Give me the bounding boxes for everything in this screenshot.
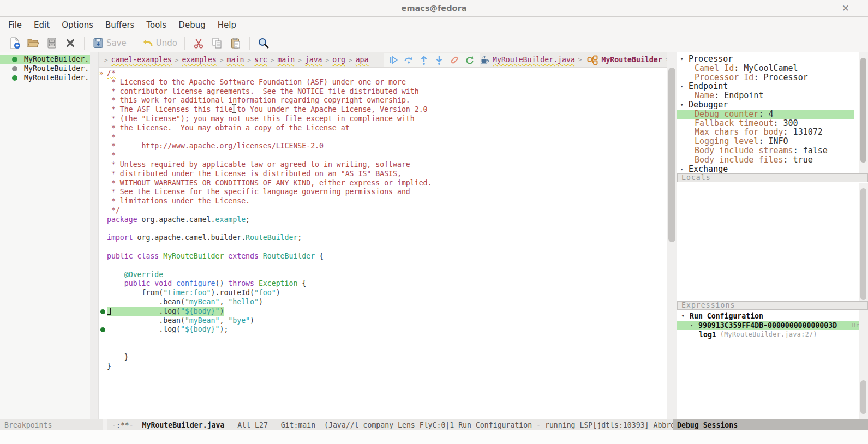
toolbar-separator xyxy=(134,37,134,50)
code-text: .bean("myBean", "hello") xyxy=(107,298,263,307)
tree-item-value: : 131072 xyxy=(783,128,823,137)
sidebar-scrollbar[interactable] xyxy=(90,52,99,419)
tree-item[interactable]: Body include streams: false xyxy=(677,146,868,155)
tab-file-name[interactable]: MyRouteBuilder.java xyxy=(493,56,575,64)
expander-icon: ▾ xyxy=(681,311,690,321)
close-window-icon[interactable]: ✕ xyxy=(842,2,849,14)
fringe xyxy=(99,362,107,371)
tree-item[interactable]: Processor Id: Processor xyxy=(677,73,868,82)
fringe xyxy=(99,325,107,334)
paste-icon xyxy=(229,37,242,50)
toolbar-separator xyxy=(84,37,85,50)
fringe xyxy=(99,197,107,206)
modeline-prefix: -:**- xyxy=(112,421,142,429)
menu-edit[interactable]: Edit xyxy=(28,17,56,34)
breadcrumb-segment[interactable]: apa xyxy=(356,56,369,64)
step-over-button[interactable] xyxy=(401,54,416,66)
tree-section-label: Endpoint xyxy=(689,82,728,91)
breadcrumb-segment[interactable]: examples xyxy=(182,56,217,64)
tree-section-endpoint[interactable]: ▾Endpoint xyxy=(677,82,868,91)
breakpoint-list-item[interactable]: MyRouteBuilder.→ xyxy=(0,64,90,73)
save-label: Save xyxy=(106,38,127,48)
fringe xyxy=(99,151,107,160)
scrollbar-thumb[interactable] xyxy=(860,188,866,300)
code-line: * xyxy=(99,151,667,160)
expressions-scrollbar[interactable] xyxy=(859,310,868,419)
code-text: * distributed under the License is distr… xyxy=(107,170,402,179)
tree-item[interactable]: Max chars for body: 131072 xyxy=(677,128,868,137)
open-folder-button[interactable] xyxy=(27,35,40,51)
breakpoint-list-item[interactable]: MyRouteBuilder.→ xyxy=(0,55,90,64)
tree-item[interactable]: Fallback timeout: 300 xyxy=(677,119,868,128)
breadcrumb-segment[interactable]: src xyxy=(254,56,267,64)
tree-item[interactable]: Name: Endpoint xyxy=(677,91,868,100)
code-line: * distributed under the License is distr… xyxy=(99,170,667,179)
breakpoint-list-item[interactable]: MyRouteBuilder.→ xyxy=(0,73,90,82)
code-text: * WITHOUT WARRANTIES OR CONDITIONS OF AN… xyxy=(107,179,432,188)
step-in-icon xyxy=(434,55,445,65)
fringe xyxy=(99,133,107,142)
menu-help[interactable]: Help xyxy=(212,17,242,34)
code-text: * The ASF licenses this file to You unde… xyxy=(107,105,428,115)
scrollbar-thumb[interactable] xyxy=(668,68,675,242)
directory-icon xyxy=(45,37,58,50)
directory-button[interactable] xyxy=(45,35,58,51)
paste-button[interactable] xyxy=(229,35,242,51)
continue-button[interactable] xyxy=(386,54,401,66)
tree-item[interactable]: Debug counter: 4 xyxy=(677,110,854,119)
expression-row[interactable]: ▾Run Configuration xyxy=(677,311,868,321)
code-line xyxy=(99,243,667,252)
tree-section-processor[interactable]: ▾Processor xyxy=(677,55,868,64)
tree-item-value: : MyCoolCamel xyxy=(734,64,798,73)
disconnect-icon xyxy=(449,55,460,65)
tree-item[interactable]: Logging level: INFO xyxy=(677,137,868,146)
tree-item[interactable]: Camel Id: MyCoolCamel xyxy=(677,64,868,73)
disconnect-button[interactable] xyxy=(447,54,462,66)
tree-section-debugger[interactable]: ▾Debugger xyxy=(677,100,868,110)
breakpoints-sidebar: MyRouteBuilder.→MyRouteBuilder.→MyRouteB… xyxy=(0,52,90,419)
tree-scrollbar[interactable] xyxy=(859,52,868,173)
minibuffer[interactable] xyxy=(0,430,868,444)
restart-button[interactable] xyxy=(462,54,477,66)
search-button[interactable] xyxy=(257,35,270,51)
menu-tools[interactable]: Tools xyxy=(140,17,172,34)
tree-item-key: Max chars for body xyxy=(695,128,783,137)
step-in-button[interactable] xyxy=(432,54,447,66)
breakpoint-label: MyRouteBuilder. xyxy=(24,55,89,63)
tree-item-key: Debug counter xyxy=(695,110,758,119)
menu-options[interactable]: Options xyxy=(56,17,99,34)
locals-scrollbar[interactable] xyxy=(859,183,868,301)
tree-item-value: : true xyxy=(783,155,813,165)
menu-file[interactable]: File xyxy=(2,17,28,34)
breadcrumb-segment[interactable]: main xyxy=(227,56,244,64)
breadcrumb-separator: > xyxy=(298,57,302,64)
tree-section-label: Exchange xyxy=(689,165,728,173)
editor-scrollbar[interactable] xyxy=(667,52,677,419)
scrollbar-thumb[interactable] xyxy=(860,380,866,414)
close-buffer-button[interactable] xyxy=(64,35,77,51)
cut-icon xyxy=(192,37,205,50)
expression-row[interactable]: ▾990913C359FF4DB-000000000000003DBr→ xyxy=(677,321,865,330)
tab-symbol-name[interactable]: MyRouteBuilder xyxy=(601,56,662,64)
breadcrumb-segment[interactable]: main xyxy=(277,56,295,64)
tree-item[interactable]: Body include files: true xyxy=(677,155,868,165)
expression-text: Run Configuration xyxy=(690,311,763,321)
step-out-button[interactable] xyxy=(416,54,432,66)
scrollbar-thumb[interactable] xyxy=(860,58,866,163)
fringe xyxy=(99,225,107,234)
breadcrumb-segment[interactable]: camel-examples xyxy=(111,56,172,64)
code-text: from("timer:foo").routeId("foo") xyxy=(107,289,280,298)
menu-debug[interactable]: Debug xyxy=(172,17,211,34)
menu-buffers[interactable]: Buffers xyxy=(99,17,140,34)
code-editor[interactable]: »/* * Licensed to the Apache Software Fo… xyxy=(99,68,667,419)
copy-button[interactable] xyxy=(211,35,224,51)
expression-row[interactable]: log1(MyRouteBuilder.java:27) xyxy=(677,330,868,339)
breadcrumb-segment[interactable]: java xyxy=(305,56,322,64)
cut-button[interactable] xyxy=(192,35,205,51)
new-file-button[interactable] xyxy=(8,35,21,51)
tree-section-exchange[interactable]: ▾Exchange xyxy=(677,165,868,173)
tree-item-key: Body include streams xyxy=(695,146,793,155)
fringe xyxy=(99,271,107,280)
breadcrumb-segment[interactable]: org xyxy=(332,56,345,64)
fringe xyxy=(99,344,107,353)
